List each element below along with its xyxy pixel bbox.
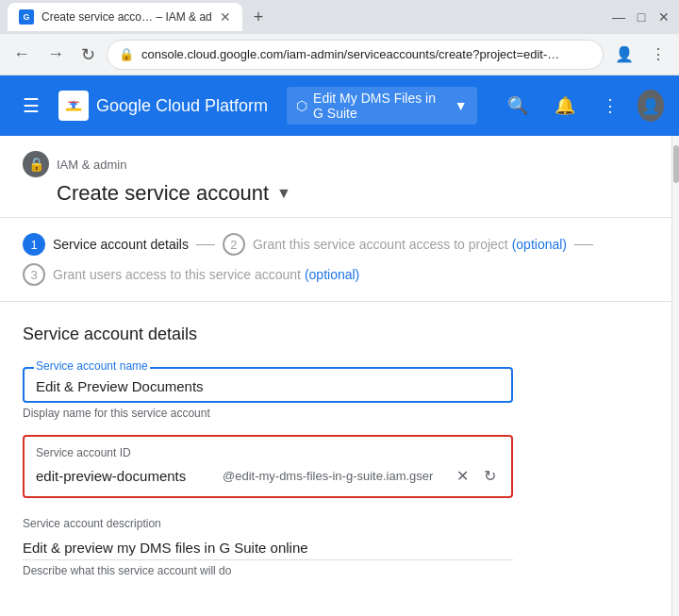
gcp-navbar: ☰ Google Cloud Platform ⬡ Edit My DMS Fi… bbox=[0, 75, 679, 136]
step-3[interactable]: 3 Grant users access to this service acc… bbox=[23, 263, 359, 286]
close-button[interactable]: ✕ bbox=[656, 9, 671, 25]
refresh-button[interactable]: ↻ bbox=[75, 41, 101, 69]
maximize-button[interactable]: □ bbox=[634, 9, 649, 25]
service-account-id-input[interactable] bbox=[36, 468, 215, 484]
back-button[interactable]: ← bbox=[8, 41, 36, 68]
step-2[interactable]: 2 Grant this service account access to p… bbox=[223, 233, 567, 256]
step-dash-2 bbox=[574, 244, 593, 245]
name-field-label: Service account name bbox=[34, 359, 150, 373]
step-1-circle: 1 bbox=[23, 233, 45, 256]
gcp-title: Google Cloud Platform bbox=[96, 96, 268, 116]
service-account-description-field: Service account description Describe wha… bbox=[23, 517, 513, 577]
iam-icon: 🔒 bbox=[23, 151, 49, 177]
new-tab-button[interactable]: + bbox=[250, 4, 268, 31]
address-text: console.cloud.google.com/iam-admin/servi… bbox=[141, 47, 591, 61]
step-dash-1 bbox=[196, 244, 215, 245]
stepper: 1 Service account details 2 Grant this s… bbox=[0, 218, 671, 302]
id-field-label: Service account ID bbox=[36, 446, 500, 459]
scrollbar[interactable] bbox=[671, 136, 679, 616]
browser-titlebar: G Create service acco… – IAM & ad ✕ + — … bbox=[0, 0, 679, 34]
gcp-logo: Google Cloud Platform bbox=[58, 91, 268, 121]
step-3-label: Grant users access to this service accou… bbox=[53, 267, 359, 282]
address-bar[interactable]: 🔒 console.cloud.google.com/iam-admin/ser… bbox=[107, 40, 604, 70]
svg-rect-0 bbox=[66, 108, 82, 111]
notifications-button[interactable]: 🔔 bbox=[547, 90, 583, 122]
main-area: 🔒 IAM & admin Create service account ▼ 1… bbox=[0, 136, 671, 616]
window-controls: — □ ✕ bbox=[611, 9, 671, 25]
tab-close-button[interactable]: ✕ bbox=[220, 9, 231, 25]
step-3-circle: 3 bbox=[23, 263, 45, 286]
project-selector[interactable]: ⬡ Edit My DMS Files in G Suite ▼ bbox=[287, 87, 477, 125]
desc-field-label: Service account description bbox=[23, 517, 513, 530]
step-1[interactable]: 1 Service account details bbox=[23, 233, 189, 256]
project-dropdown-icon: ▼ bbox=[455, 98, 468, 113]
avatar-button[interactable]: 👤 bbox=[638, 90, 664, 122]
id-clear-button[interactable]: ✕ bbox=[453, 465, 472, 487]
hamburger-menu-button[interactable]: ☰ bbox=[15, 91, 47, 121]
project-name: Edit My DMS Files in G Suite bbox=[313, 91, 449, 121]
section-title: Service account details bbox=[23, 325, 649, 344]
desc-field-hint: Describe what this service account will … bbox=[23, 564, 513, 577]
search-button[interactable]: 🔍 bbox=[500, 90, 536, 122]
tab-favicon: G bbox=[19, 9, 34, 25]
step-1-label: Service account details bbox=[53, 237, 189, 252]
service-account-id-field: Service account ID @edit-my-dms-files-in… bbox=[23, 435, 513, 498]
browser-toolbar: ← → ↻ 🔒 console.cloud.google.com/iam-adm… bbox=[0, 34, 679, 75]
tab-title: Create service acco… – IAM & ad bbox=[41, 10, 212, 24]
service-account-name-input[interactable] bbox=[36, 378, 500, 394]
breadcrumb-text: IAM & admin bbox=[57, 158, 126, 172]
name-field-hint: Display name for this service account bbox=[23, 407, 649, 420]
title-dropdown-button[interactable]: ▼ bbox=[276, 185, 291, 202]
more-nav-button[interactable]: ⋮ bbox=[594, 90, 626, 122]
lock-icon: 🔒 bbox=[119, 47, 134, 61]
more-options-button[interactable]: ⋮ bbox=[645, 42, 671, 67]
project-icon: ⬡ bbox=[296, 98, 307, 113]
page-content: 🔒 IAM & admin Create service account ▼ 1… bbox=[0, 136, 679, 616]
page-header: 🔒 IAM & admin Create service account ▼ bbox=[0, 136, 671, 218]
minimize-button[interactable]: — bbox=[611, 9, 626, 25]
forward-button[interactable]: → bbox=[41, 41, 70, 68]
page-title: Create service account bbox=[57, 181, 269, 206]
stepper-row-1: 1 Service account details 2 Grant this s… bbox=[23, 233, 649, 256]
service-account-description-input[interactable] bbox=[23, 534, 513, 560]
gcp-logo-icon bbox=[58, 91, 89, 121]
id-refresh-button[interactable]: ↻ bbox=[480, 465, 500, 487]
id-domain-text: @edit-my-dms-files-in-g-suite.iam.gser bbox=[223, 469, 445, 483]
browser-tab[interactable]: G Create service acco… – IAM & ad ✕ bbox=[8, 3, 242, 31]
form-section: Service account details Service account … bbox=[0, 302, 671, 616]
service-account-name-field: Service account name bbox=[23, 367, 513, 403]
page-title-row: Create service account ▼ bbox=[23, 181, 649, 206]
scrollbar-thumb[interactable] bbox=[673, 145, 679, 183]
profile-button[interactable]: 👤 bbox=[609, 42, 639, 67]
step-2-label: Grant this service account access to pro… bbox=[253, 237, 567, 252]
step-2-circle: 2 bbox=[223, 233, 245, 256]
id-field-inner: @edit-my-dms-files-in-g-suite.iam.gser ✕… bbox=[36, 465, 500, 487]
breadcrumb: 🔒 IAM & admin bbox=[23, 151, 649, 177]
step-3-row: 3 Grant users access to this service acc… bbox=[23, 263, 649, 286]
